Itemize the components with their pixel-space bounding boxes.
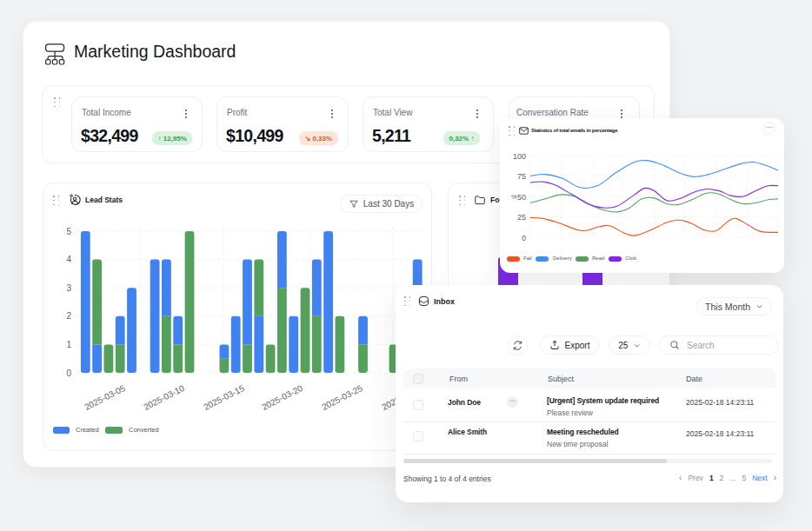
svg-text:1: 1 xyxy=(66,340,71,349)
svg-text:3: 3 xyxy=(66,283,71,293)
svg-text:2025-03-20: 2025-03-20 xyxy=(260,383,304,412)
svg-text:50: 50 xyxy=(517,193,526,202)
svg-text:4: 4 xyxy=(66,255,71,264)
svg-text:5: 5 xyxy=(66,227,71,236)
svg-text:2025-03-10: 2025-03-10 xyxy=(142,383,186,412)
svg-text:100: 100 xyxy=(513,152,526,161)
svg-text:2025-03-25: 2025-03-25 xyxy=(320,383,364,412)
svg-text:2025-03-05: 2025-03-05 xyxy=(83,383,127,412)
svg-text:%: % xyxy=(511,193,517,201)
svg-text:0: 0 xyxy=(522,234,526,242)
svg-text:0: 0 xyxy=(66,368,71,378)
svg-text:2: 2 xyxy=(66,311,71,321)
svg-text:2025-03-15: 2025-03-15 xyxy=(202,383,246,412)
svg-text:25: 25 xyxy=(517,213,526,222)
svg-text:75: 75 xyxy=(517,172,526,181)
